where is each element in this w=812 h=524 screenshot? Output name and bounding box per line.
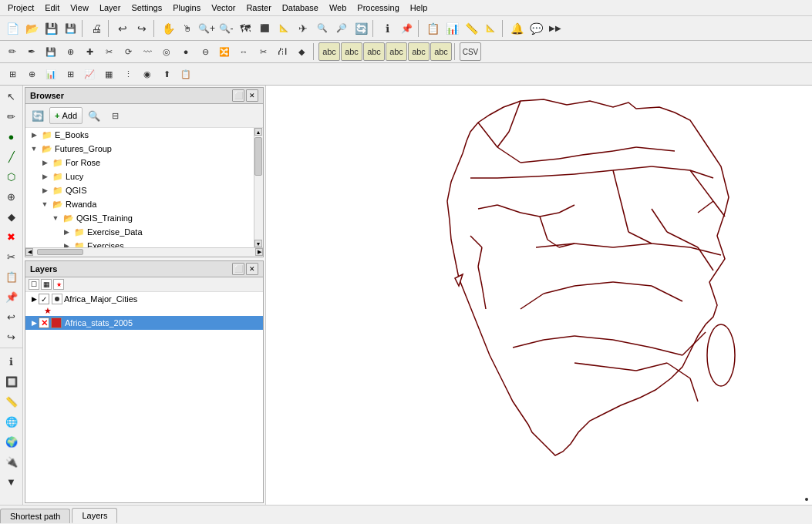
tip-button[interactable]: 🔔 bbox=[507, 19, 526, 38]
scatter-button[interactable]: ⋮ bbox=[119, 65, 137, 83]
delete-node-button[interactable]: ✂ bbox=[99, 42, 118, 61]
tree-item-lucy[interactable]: ▶ 📁 Lucy bbox=[25, 170, 244, 183]
offset-button[interactable]: ↔ bbox=[234, 42, 253, 61]
node-tool[interactable]: ◆ bbox=[2, 207, 21, 226]
label-btn4[interactable]: abc bbox=[386, 42, 407, 61]
browser-tree[interactable]: ▶ 📁 E_Books ▼ 📂 Futures_Group ▶ 📁 F bbox=[25, 128, 254, 247]
label-btn3[interactable]: abc bbox=[363, 42, 385, 61]
snap-button[interactable]: ⊞ bbox=[3, 65, 22, 83]
table-button[interactable]: 📋 bbox=[177, 65, 195, 83]
stats-button[interactable]: 📊 bbox=[443, 19, 461, 38]
expand-lucy[interactable]: ▶ bbox=[39, 171, 50, 182]
tree-item-qgis[interactable]: ▶ 📁 QGIS bbox=[25, 183, 244, 197]
layer-group-toggle[interactable]: ▦ bbox=[41, 279, 52, 290]
tab-layers[interactable]: Layers bbox=[72, 508, 117, 523]
hscroll-right[interactable]: ▶ bbox=[255, 248, 263, 256]
layer-x-stats[interactable]: ✕ bbox=[39, 317, 49, 328]
digitize-button[interactable]: ✏ bbox=[3, 42, 22, 61]
browser-close[interactable]: ✕ bbox=[246, 89, 258, 102]
pan-map-button[interactable]: ✋ bbox=[159, 19, 177, 38]
label-btn5[interactable]: abc bbox=[408, 42, 430, 61]
tree-item-qgis-training[interactable]: ▼ 📂 QGIS_Training bbox=[25, 211, 244, 225]
del-ring-button[interactable]: ⊖ bbox=[196, 42, 214, 61]
menu-project[interactable]: Project bbox=[3, 2, 39, 14]
edit-tool[interactable]: ✏ bbox=[2, 107, 21, 126]
select-feature[interactable]: 🔲 bbox=[2, 372, 21, 391]
more-button[interactable]: ▶▶ bbox=[546, 19, 564, 38]
box-plot-button[interactable]: ▦ bbox=[99, 65, 118, 83]
layer-row-cities[interactable]: ▶ ✓ Africa_Major_Cities bbox=[25, 292, 263, 306]
new-project-button[interactable]: 📄 bbox=[3, 19, 22, 38]
csv-button[interactable]: CSV bbox=[460, 42, 481, 61]
expand-ebooks[interactable]: ▶ bbox=[29, 129, 39, 140]
pan-to-selection-button[interactable]: 🖱 bbox=[178, 19, 197, 38]
reshape-button[interactable]: 🔀 bbox=[215, 42, 234, 61]
expand-rwanda[interactable]: ▼ bbox=[39, 199, 50, 210]
open-attr-button[interactable]: 📋 bbox=[423, 19, 442, 38]
export-button[interactable]: ⬆ bbox=[157, 65, 176, 83]
browser-hscrollbar[interactable]: ◀ ▶ bbox=[25, 247, 263, 257]
save-as-button[interactable]: 💾 bbox=[61, 19, 79, 38]
delete-selected[interactable]: ✖ bbox=[2, 227, 21, 246]
menu-plugins[interactable]: Plugins bbox=[168, 2, 205, 14]
menu-processing[interactable]: Processing bbox=[352, 2, 403, 14]
browser-refresh[interactable]: 🔄 bbox=[29, 106, 47, 125]
globe2-button[interactable]: 🌍 bbox=[2, 432, 21, 451]
annotation-button[interactable]: 💬 bbox=[527, 19, 545, 38]
expand-exercises[interactable]: ▶ bbox=[61, 240, 72, 247]
simplify-button[interactable]: 〰 bbox=[138, 42, 157, 61]
save-project-button[interactable]: 💾 bbox=[42, 19, 60, 38]
layer-expand-cities[interactable]: ▶ bbox=[32, 295, 37, 303]
tree-item-rwanda[interactable]: ▼ 📂 Rwanda bbox=[25, 197, 244, 211]
expand-futures[interactable]: ▼ bbox=[29, 143, 39, 154]
zoom-layer-button[interactable]: ⬛ bbox=[255, 19, 274, 38]
layer-check-cities[interactable]: ✓ bbox=[39, 294, 49, 304]
browser-collapse[interactable]: ⊟ bbox=[106, 106, 124, 125]
tree-item-exercises[interactable]: ▶ 📁 Exercises bbox=[25, 239, 244, 247]
layer-eye-toggle[interactable]: ☐ bbox=[29, 279, 39, 290]
menu-web[interactable]: Web bbox=[325, 2, 351, 14]
zoom-in2-button[interactable]: 🔍 bbox=[313, 19, 332, 38]
label-btn2[interactable]: abc bbox=[341, 42, 362, 61]
expand-exercise-data[interactable]: ▶ bbox=[61, 227, 72, 237]
tree-item-futures[interactable]: ▼ 📂 Futures_Group bbox=[25, 142, 244, 156]
identify-feature[interactable]: ℹ bbox=[2, 352, 21, 371]
browser-undock[interactable]: ⬜ bbox=[232, 89, 244, 102]
menu-vector[interactable]: Vector bbox=[207, 2, 240, 14]
measure2-button[interactable]: 📐 bbox=[481, 19, 500, 38]
zoom-out-button[interactable]: 🔍- bbox=[217, 19, 235, 38]
scroll-down-btn[interactable]: ▼ bbox=[254, 240, 262, 247]
capture-polygon[interactable]: ⬡ bbox=[2, 167, 21, 186]
save-edits-button[interactable]: 💾 bbox=[42, 42, 60, 61]
select-feature-button[interactable]: 📌 bbox=[397, 19, 416, 38]
tree-item-ebooks[interactable]: ▶ 📁 E_Books bbox=[25, 128, 244, 142]
zoom-out2-button[interactable]: 🔎 bbox=[332, 19, 351, 38]
add-ring-button[interactable]: ◎ bbox=[157, 42, 176, 61]
move-node-button[interactable]: ✚ bbox=[80, 42, 99, 61]
menu-database[interactable]: Database bbox=[278, 2, 323, 14]
open-project-button[interactable]: 📂 bbox=[22, 19, 41, 38]
merge-button[interactable]: ⛙ bbox=[273, 42, 291, 61]
layer-row-stats[interactable]: ▶ ✕ Africa_stats_2005 bbox=[25, 316, 263, 330]
hscroll-thumb[interactable] bbox=[37, 249, 83, 255]
polar-button[interactable]: ◉ bbox=[138, 65, 157, 83]
fill-ring-button[interactable]: ● bbox=[177, 42, 195, 61]
layers-undock[interactable]: ⬜ bbox=[232, 263, 244, 275]
zoom-in-button[interactable]: 🔍+ bbox=[197, 19, 216, 38]
zoom-full-button[interactable]: 🗺 bbox=[236, 19, 254, 38]
map-canvas[interactable] bbox=[266, 86, 812, 505]
menu-settings[interactable]: Settings bbox=[126, 2, 167, 14]
hist-button[interactable]: 📈 bbox=[80, 65, 99, 83]
redo-button[interactable]: ↪ bbox=[133, 19, 151, 38]
scroll-up-btn[interactable]: ▲ bbox=[254, 128, 262, 136]
menu-edit[interactable]: Edit bbox=[40, 2, 64, 14]
refresh-button[interactable]: 🔄 bbox=[352, 19, 370, 38]
label-btn1[interactable]: abc bbox=[318, 42, 340, 61]
tree-item-exercise-data[interactable]: ▶ 📁 Exercise_Data bbox=[25, 225, 244, 239]
bar-chart-button[interactable]: 📊 bbox=[42, 65, 60, 83]
down-arrow-button[interactable]: ▼ bbox=[2, 472, 21, 491]
identify-button[interactable]: ℹ bbox=[378, 19, 396, 38]
select-tool[interactable]: ↖ bbox=[2, 87, 21, 106]
browser-vscrollbar[interactable]: ▲ ▼ bbox=[254, 128, 263, 247]
hscroll-track[interactable] bbox=[33, 248, 255, 257]
